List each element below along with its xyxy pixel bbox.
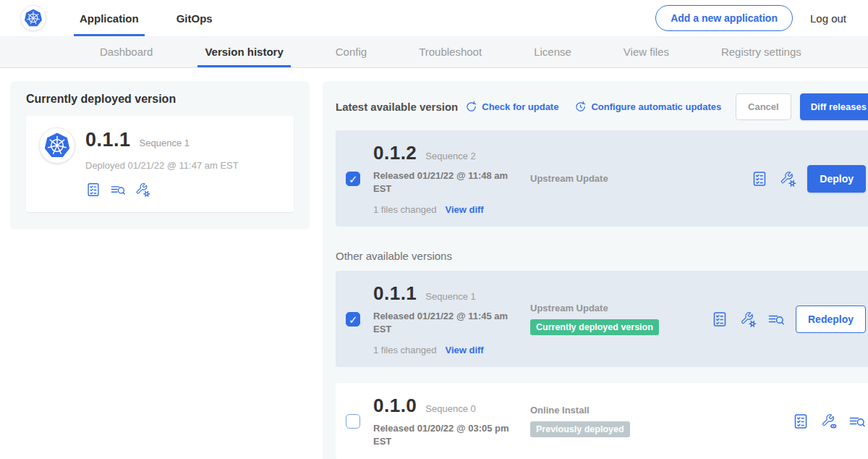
deployed-info: 0.1.1 Sequence 1 Deployed 01/21/22 @ 11:… xyxy=(85,127,239,198)
version-select-checkbox[interactable] xyxy=(346,172,360,186)
status-badge: Currently deployed version xyxy=(530,319,659,335)
subnav-item-registry-settings[interactable]: Registry settings xyxy=(714,36,809,67)
check-for-update-link[interactable]: Check for update xyxy=(465,101,558,113)
top-tabs: ApplicationGitOps xyxy=(74,0,218,36)
version-info: 0.1.1 Sequence 1 Released 01/21/22 @ 11:… xyxy=(373,282,522,355)
latest-available-header: Latest available version Check for updat… xyxy=(336,93,868,120)
version-title-line: 0.1.1 Sequence 1 xyxy=(373,282,522,305)
files-changed-line: 1 files changed View diff xyxy=(373,345,522,355)
version-source-label: Online Install xyxy=(530,405,711,416)
view-config-icon[interactable] xyxy=(820,413,838,430)
view-diff-link[interactable]: View diff xyxy=(445,204,483,215)
subnav-item-view-files[interactable]: View files xyxy=(616,36,676,67)
version-select-checkbox[interactable] xyxy=(346,312,360,327)
version-number: 0.1.0 xyxy=(373,395,417,417)
deployed-version-line: 0.1.1 Sequence 1 xyxy=(85,129,239,151)
version-source-block: Upstream Update xyxy=(530,173,711,184)
refresh-icon xyxy=(465,101,477,113)
preflight-results-icon[interactable] xyxy=(848,413,866,430)
top-tab-application[interactable]: Application xyxy=(74,0,145,36)
version-row: 0.1.0 Sequence 0 Released 01/20/22 @ 03:… xyxy=(336,383,868,459)
top-tab-gitops[interactable]: GitOps xyxy=(171,0,218,36)
release-notes-icon[interactable] xyxy=(751,170,768,188)
version-sequence: Sequence 0 xyxy=(425,403,475,414)
latest-version-list: 0.1.2 Sequence 2 Released 01/21/22 @ 11:… xyxy=(336,130,868,227)
edit-config-icon[interactable] xyxy=(739,311,757,328)
deployed-app-logo xyxy=(39,127,75,164)
deployed-timestamp: Deployed 01/21/22 @ 11:47 am EST xyxy=(85,160,239,171)
status-badge: Previously deployed xyxy=(530,421,630,437)
version-released-timestamp: Released 01/21/22 @ 11:48 am EST xyxy=(373,169,522,195)
add-application-button[interactable]: Add a new application xyxy=(655,5,793,31)
version-history-panel: Latest available version Check for updat… xyxy=(323,81,868,459)
check-for-update-label: Check for update xyxy=(482,101,558,112)
version-select-checkbox[interactable] xyxy=(346,414,360,429)
version-row: 0.1.1 Sequence 1 Released 01/21/22 @ 11:… xyxy=(336,271,868,367)
currently-deployed-panel: Currently deployed version 0.1.1 Sequenc… xyxy=(10,81,310,230)
version-title-line: 0.1.2 Sequence 2 xyxy=(373,142,522,164)
edit-config-icon[interactable] xyxy=(779,170,796,188)
preflight-results-icon[interactable] xyxy=(110,182,126,198)
main-content: Currently deployed version 0.1.1 Sequenc… xyxy=(0,68,868,459)
release-notes-icon[interactable] xyxy=(85,182,101,198)
version-action-icons xyxy=(751,170,796,188)
version-number: 0.1.1 xyxy=(373,282,417,305)
version-info: 0.1.2 Sequence 2 Released 01/21/22 @ 11:… xyxy=(373,142,522,215)
deployed-version-number: 0.1.1 xyxy=(85,129,131,151)
version-source-label: Upstream Update xyxy=(530,173,711,184)
subnav-item-license[interactable]: License xyxy=(527,36,579,67)
files-changed-label: 1 files changed xyxy=(373,204,436,215)
configure-automatic-updates-label: Configure automatic updates xyxy=(591,101,721,112)
subnav-item-version-history[interactable]: Version history xyxy=(197,36,290,67)
view-diff-link[interactable]: View diff xyxy=(445,345,483,355)
version-source-label: Upstream Update xyxy=(530,303,711,313)
deployed-panel-title: Currently deployed version xyxy=(26,93,294,106)
preflight-results-icon[interactable] xyxy=(767,311,785,328)
deployed-version-card: 0.1.1 Sequence 1 Deployed 01/21/22 @ 11:… xyxy=(26,116,294,212)
version-action-icons xyxy=(711,311,785,328)
deploy-button[interactable]: Deploy xyxy=(807,165,866,193)
logout-link[interactable]: Log out xyxy=(810,12,846,25)
version-number: 0.1.2 xyxy=(373,142,417,164)
deployed-action-icons xyxy=(85,182,239,198)
release-notes-icon[interactable] xyxy=(711,311,728,328)
subnav-item-dashboard[interactable]: Dashboard xyxy=(93,36,160,67)
subnav-item-troubleshoot[interactable]: Troubleshoot xyxy=(412,36,489,67)
release-notes-icon[interactable] xyxy=(792,413,809,430)
version-title-line: 0.1.0 Sequence 0 xyxy=(373,395,522,417)
kubernetes-logo-icon xyxy=(43,131,72,160)
files-changed-line: 1 files changed View diff xyxy=(373,204,522,215)
files-changed-label: 1 files changed xyxy=(373,345,436,355)
diff-releases-button[interactable]: Diff releases xyxy=(800,93,868,120)
deployed-sequence: Sequence 1 xyxy=(140,138,190,148)
version-info: 0.1.0 Sequence 0 Released 01/20/22 @ 03:… xyxy=(373,395,522,447)
subnav-item-config[interactable]: Config xyxy=(328,36,374,67)
version-released-timestamp: Released 01/20/22 @ 03:05 pm EST xyxy=(373,422,522,447)
edit-config-icon[interactable] xyxy=(135,182,150,198)
version-released-timestamp: Released 01/21/22 @ 11:45 am EST xyxy=(373,310,522,335)
app-subnav: DashboardVersion historyConfigTroublesho… xyxy=(0,36,868,68)
version-sequence: Sequence 1 xyxy=(425,291,475,302)
version-sequence: Sequence 2 xyxy=(425,151,475,161)
subnav-items: DashboardVersion historyConfigTroublesho… xyxy=(0,36,809,67)
clock-refresh-icon xyxy=(574,101,587,113)
version-source-block: Online Install Previously deployed xyxy=(530,405,711,437)
latest-available-title: Latest available version xyxy=(336,101,458,113)
kubernetes-logo-icon xyxy=(23,8,43,28)
cancel-button[interactable]: Cancel xyxy=(736,93,791,120)
other-versions-list: 0.1.1 Sequence 1 Released 01/21/22 @ 11:… xyxy=(336,271,868,459)
top-nav: ApplicationGitOps Add a new application … xyxy=(0,0,868,36)
other-versions-title: Other available versions xyxy=(336,250,868,262)
version-source-block: Upstream Update Currently deployed versi… xyxy=(530,303,711,335)
redeploy-button[interactable]: Redeploy xyxy=(796,306,866,333)
version-action-icons xyxy=(792,413,866,430)
app-logo xyxy=(20,5,46,31)
configure-automatic-updates-link[interactable]: Configure automatic updates xyxy=(574,101,721,113)
version-row: 0.1.2 Sequence 2 Released 01/21/22 @ 11:… xyxy=(336,130,868,227)
